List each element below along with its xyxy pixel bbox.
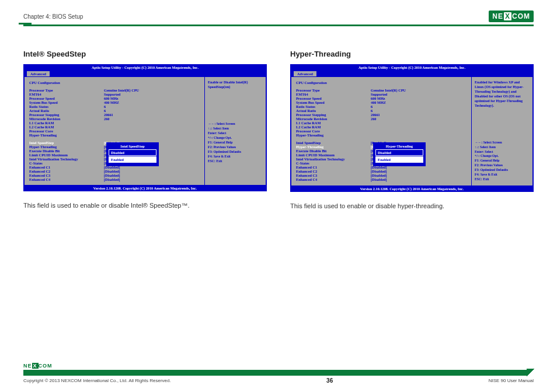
bios-popup-left: Intel SpeedStep Disabled Enabled bbox=[106, 142, 159, 166]
bios-info-row: Processor Speed600 MHz bbox=[296, 96, 467, 100]
bios-keyhelp: →←: Select Screen↑↓: Select ItemEnter: S… bbox=[208, 122, 263, 164]
section-title-left: Intel® SpeedStep bbox=[23, 50, 267, 58]
bios-info-row: Processor Core bbox=[29, 129, 200, 133]
bios-info-row: Actual Ratio6 bbox=[296, 108, 467, 113]
bios-option-row: Enhanced C3[Disabled] bbox=[296, 173, 467, 177]
bios-footer: Version 2.10.1208. Copyright (C) 2010 Am… bbox=[290, 186, 534, 192]
manual-name: NISE 90 User Manual bbox=[489, 378, 534, 383]
bios-cfg-title: CPU Configuration bbox=[296, 80, 467, 85]
bios-header: Aptio Setup Utility - Copyright (C) 2010… bbox=[290, 64, 534, 71]
bios-info-row: L1 Cache RAM bbox=[296, 121, 467, 125]
bios-info-row: Processor Speed600 MHz bbox=[29, 96, 200, 100]
popup-opt-disabled: Disabled bbox=[375, 149, 423, 156]
bios-info-row: Processor TypeGenuine Intel(R) CPU bbox=[29, 88, 200, 92]
bios-option-row: Enhanced C2[Disabled] bbox=[29, 169, 200, 173]
bios-footer: Version 2.10.1208. Copyright (C) 2010 Am… bbox=[23, 185, 267, 191]
bios-tabbar: Advanced bbox=[290, 71, 534, 77]
page-header: Chapter 4: BIOS Setup NEXCOM bbox=[23, 10, 534, 22]
bios-info-rows: Processor TypeGenuine Intel(R) CPUEMT64S… bbox=[296, 88, 467, 137]
header-rule bbox=[23, 24, 534, 26]
bios-info-row: Microcode Revision260 bbox=[29, 117, 200, 121]
bios-info-row: System Bus Speed400 MHZ bbox=[29, 100, 200, 104]
chapter-title: Chapter 4: BIOS Setup bbox=[23, 13, 83, 20]
copyright-text: Copyright © 2013 NEXCOM International Co… bbox=[23, 378, 171, 383]
bios-option-row: Enhanced C4[Disabled] bbox=[29, 177, 200, 181]
bios-option-row: Enhanced C4[Disabled] bbox=[296, 177, 467, 181]
bios-info-row: EMT64Supported bbox=[29, 92, 200, 96]
right-column: Hyper-Threading Aptio Setup Utility - Co… bbox=[290, 50, 534, 209]
bios-header: Aptio Setup Utility - Copyright (C) 2010… bbox=[23, 64, 267, 71]
bios-screenshot-left: Aptio Setup Utility - Copyright (C) 2010… bbox=[23, 64, 267, 191]
field-description-left: This field is used to enable or disable … bbox=[23, 202, 267, 209]
bios-info-row: L1 Cache RAM bbox=[29, 121, 200, 125]
nexcom-logo: NEXCOM bbox=[489, 10, 534, 22]
bios-tab-advanced: Advanced bbox=[294, 71, 316, 76]
left-column: Intel® SpeedStep Aptio Setup Utility - C… bbox=[23, 50, 267, 209]
bios-info-row: Microcode Revision260 bbox=[296, 117, 467, 121]
bios-tab-advanced: Advanced bbox=[27, 71, 50, 76]
bios-info-row: EMT64Supported bbox=[296, 92, 467, 96]
bios-cfg-title: CPU Configuration bbox=[29, 80, 200, 85]
bios-info-row: Processor Stepping20661 bbox=[29, 113, 200, 117]
bios-info-row: Hyper-Threading bbox=[29, 133, 200, 137]
bios-info-row: Processor TypeGenuine Intel(R) CPU bbox=[296, 88, 467, 92]
popup-opt-disabled: Disabled bbox=[109, 149, 156, 156]
popup-opt-enabled: Enabled bbox=[109, 156, 156, 163]
bios-option-row: Enhanced C3[Disabled] bbox=[29, 173, 200, 177]
section-title-right: Hyper-Threading bbox=[290, 50, 534, 58]
bios-info-rows: Processor TypeGenuine Intel(R) CPUEMT64S… bbox=[29, 88, 200, 137]
popup-opt-enabled: Enabled bbox=[375, 156, 423, 163]
bios-tabbar: Advanced bbox=[23, 71, 267, 77]
bios-popup-right: Hyper-Threading Disabled Enabled bbox=[373, 142, 426, 166]
bios-info-row: Ratio Status6 bbox=[296, 104, 467, 108]
bios-option-row: Enhanced C2[Disabled] bbox=[296, 169, 467, 173]
bios-info-row: Ratio Status6 bbox=[29, 104, 200, 108]
bios-info-row: Processor Core bbox=[296, 129, 467, 133]
bios-info-row: System Bus Speed400 MHZ bbox=[296, 100, 467, 104]
bios-info-row: Actual Ratio6 bbox=[29, 108, 200, 113]
page-footer: NEXCOM Copyright © 2013 NEXCOM Internati… bbox=[0, 363, 557, 384]
bios-screenshot-right: Aptio Setup Utility - Copyright (C) 2010… bbox=[290, 64, 534, 192]
bios-help-top: Enable or Disable Intel(R) SpeedStep(tm) bbox=[208, 80, 263, 90]
bios-help-top: Enabled for Windows XP and Linux (OS opt… bbox=[475, 80, 530, 108]
bios-info-row: L2 Cache RAM bbox=[296, 125, 467, 129]
footer-rule bbox=[23, 370, 534, 376]
page-number: 36 bbox=[326, 377, 333, 384]
bios-info-row: L2 Cache RAM bbox=[29, 125, 200, 129]
footer-logo: NEXCOM bbox=[23, 363, 53, 369]
field-description-right: This field is used to enable or disable … bbox=[290, 202, 534, 209]
bios-info-row: Hyper-Threading bbox=[296, 133, 467, 137]
bios-keyhelp: →←: Select Screen↑↓: Select ItemEnter: S… bbox=[475, 141, 530, 183]
bios-info-row: Processor Stepping20661 bbox=[296, 113, 467, 117]
